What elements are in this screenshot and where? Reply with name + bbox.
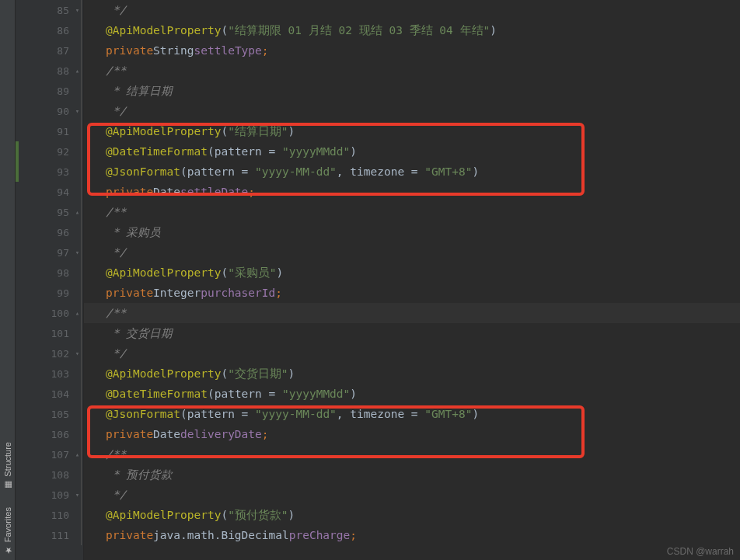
line-number: 93 xyxy=(16,162,83,182)
line-number: 104 xyxy=(16,384,83,404)
fold-mark[interactable]: ▾ xyxy=(74,101,82,121)
fold-mark[interactable] xyxy=(74,505,82,525)
code-line[interactable]: private java.math.BigDecimal preCharge; xyxy=(84,525,740,545)
fold-mark[interactable] xyxy=(74,141,82,162)
fold-mark[interactable] xyxy=(74,222,82,242)
fold-mark[interactable] xyxy=(74,283,82,303)
fold-mark[interactable]: ▾ xyxy=(74,242,82,263)
code-line[interactable]: @JsonFormat(pattern = "yyyy-MM-dd", time… xyxy=(84,404,740,424)
code-line[interactable]: */ xyxy=(84,101,740,121)
fold-mark[interactable] xyxy=(74,263,82,283)
code-line[interactable]: /** xyxy=(84,444,740,464)
line-number: 90▾ xyxy=(16,101,83,121)
code-line[interactable]: private Date settleDate; xyxy=(84,182,740,202)
toolwindow-structure[interactable]: ▦ Structure xyxy=(2,442,12,490)
fold-mark[interactable] xyxy=(74,363,82,384)
code-line[interactable]: */ xyxy=(84,343,740,363)
code-line[interactable]: * 预付货款 xyxy=(84,464,740,485)
fold-mark[interactable] xyxy=(74,182,82,202)
code-editor[interactable]: */ @ApiModelProperty("结算期限 01 月结 02 现结 0… xyxy=(84,0,740,560)
line-number: 94 xyxy=(16,182,83,202)
line-number: 108 xyxy=(16,464,83,485)
line-number: 111 xyxy=(16,525,83,545)
line-number: 105 xyxy=(16,404,83,424)
code-line[interactable]: private Date deliveryDate; xyxy=(84,424,740,444)
watermark: CSDN @warrah xyxy=(667,546,734,557)
line-number: 100▴ xyxy=(16,303,83,323)
line-number: 92 xyxy=(16,141,83,162)
code-line[interactable]: @ApiModelProperty("交货日期") xyxy=(84,363,740,384)
fold-mark[interactable] xyxy=(74,162,82,182)
fold-mark[interactable]: ▾ xyxy=(74,0,82,20)
code-line[interactable]: * 采购员 xyxy=(84,222,740,242)
line-number: 110 xyxy=(16,505,83,525)
line-number: 89 xyxy=(16,81,83,101)
line-number: 99 xyxy=(16,283,83,303)
code-line[interactable]: * 结算日期 xyxy=(84,81,740,101)
fold-mark[interactable] xyxy=(74,404,82,424)
fold-mark[interactable] xyxy=(74,424,82,444)
fold-mark[interactable]: ▴ xyxy=(74,202,82,222)
code-line[interactable]: */ xyxy=(84,485,740,505)
fold-mark[interactable] xyxy=(74,464,82,485)
line-number: 96 xyxy=(16,222,83,242)
line-number: 103 xyxy=(16,363,83,384)
fold-mark[interactable] xyxy=(74,323,82,343)
line-number: 95▴ xyxy=(16,202,83,222)
structure-icon: ▦ xyxy=(2,480,12,490)
fold-mark[interactable] xyxy=(74,40,82,61)
code-line[interactable]: /** xyxy=(84,61,740,81)
line-number: 86 xyxy=(16,20,83,40)
line-number: 101 xyxy=(16,323,83,343)
code-line[interactable]: @DateTimeFormat(pattern = "yyyyMMdd") xyxy=(84,141,740,162)
fold-mark[interactable] xyxy=(74,525,82,545)
fold-mark[interactable] xyxy=(74,81,82,101)
line-number: 91 xyxy=(16,121,83,141)
code-line[interactable]: */ xyxy=(84,242,740,263)
code-line[interactable]: @DateTimeFormat(pattern = "yyyyMMdd") xyxy=(84,384,740,404)
fold-mark[interactable]: ▾ xyxy=(74,343,82,363)
fold-mark[interactable]: ▴ xyxy=(74,61,82,81)
fold-mark[interactable] xyxy=(74,384,82,404)
fold-mark[interactable]: ▴ xyxy=(74,303,82,323)
toolwindow-favorites[interactable]: ★ Favorites xyxy=(2,507,12,555)
code-line[interactable]: private String settleType; xyxy=(84,40,740,61)
vcs-change-marker xyxy=(16,162,19,182)
code-line[interactable]: @ApiModelProperty("采购员") xyxy=(84,263,740,283)
line-number: 98 xyxy=(16,263,83,283)
line-number: 102▾ xyxy=(16,343,83,363)
line-number: 109▾ xyxy=(16,485,83,505)
fold-mark[interactable]: ▴ xyxy=(74,444,82,464)
fold-mark[interactable] xyxy=(74,20,82,40)
line-number: 88▴ xyxy=(16,61,83,81)
code-line[interactable]: @ApiModelProperty("结算日期") xyxy=(84,121,740,141)
line-number: 87 xyxy=(16,40,83,61)
line-number: 106 xyxy=(16,424,83,444)
line-number: 107▴ xyxy=(16,444,83,464)
gutter: 85▾868788▴8990▾9192939495▴9697▾9899100▴1… xyxy=(16,0,84,560)
code-line[interactable]: @ApiModelProperty("预付货款") xyxy=(84,505,740,525)
code-line[interactable]: @JsonFormat(pattern = "yyyy-MM-dd", time… xyxy=(84,162,740,182)
code-line[interactable]: /** xyxy=(84,202,740,222)
star-icon: ★ xyxy=(2,545,12,555)
vcs-change-marker xyxy=(16,141,19,162)
code-line[interactable]: */ xyxy=(84,0,740,20)
code-line[interactable]: @ApiModelProperty("结算期限 01 月结 02 现结 03 季… xyxy=(84,20,740,40)
code-line[interactable]: /** xyxy=(84,303,740,323)
code-line[interactable]: * 交货日期 xyxy=(84,323,740,343)
line-number: 97▾ xyxy=(16,242,83,263)
line-number: 85▾ xyxy=(16,0,83,20)
toolwindow-strip: ▦ Structure ★ Favorites xyxy=(0,0,16,560)
fold-mark[interactable] xyxy=(74,121,82,141)
fold-mark[interactable]: ▾ xyxy=(74,485,82,505)
code-line[interactable]: private Integer purchaserId; xyxy=(84,283,740,303)
